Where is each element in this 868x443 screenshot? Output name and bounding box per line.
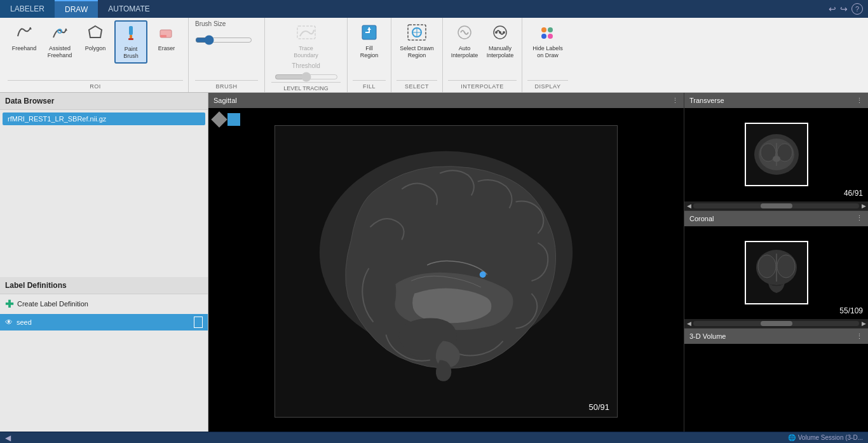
interpolate-group: AutoInterpolate ManuallyInterpolate INTE… bbox=[443, 18, 522, 92]
coronal-scroll-track[interactable] bbox=[693, 321, 859, 326]
label-item-seed[interactable]: 👁 seed bbox=[0, 314, 208, 331]
sagittal-viewport[interactable]: 50/91 bbox=[208, 108, 684, 434]
top-right-icons: ↩ ↪ ? bbox=[829, 3, 868, 15]
roi-group: Freehand AssistedFreehand Polygon PaintB… bbox=[3, 18, 189, 92]
transverse-counter: 46/91 bbox=[844, 189, 863, 198]
assisted-freehand-icon bbox=[51, 24, 69, 44]
transverse-main[interactable]: 46/91 bbox=[684, 108, 868, 201]
freehand-icon bbox=[15, 24, 33, 44]
hide-labels-label: Hide Labelson Draw bbox=[532, 45, 563, 59]
coronal-header: Coronal ⋮ bbox=[684, 211, 868, 226]
create-label-btn[interactable]: ✚ Create Label Definition bbox=[0, 294, 208, 314]
svg-point-22 bbox=[548, 27, 553, 32]
svg-point-18 bbox=[495, 31, 498, 34]
trace-boundary-icon bbox=[296, 24, 316, 44]
sagittal-label: Sagittal bbox=[214, 97, 237, 104]
brain-svg bbox=[275, 126, 617, 417]
sphere-icon: 🌐 bbox=[788, 434, 796, 441]
transverse-brain-svg bbox=[746, 124, 807, 185]
toolbar: Freehand AssistedFreehand Polygon PaintB… bbox=[0, 18, 868, 93]
coronal-viewport: Coronal ⋮ 55/109 bbox=[684, 211, 868, 329]
volume-label: 3-D Volume bbox=[689, 332, 726, 340]
select-group: Select DrawnRegion SELECT bbox=[391, 18, 443, 92]
display-group: Hide Labelson Draw DISPLAY bbox=[522, 18, 573, 92]
svg-point-20 bbox=[503, 31, 505, 34]
hide-labels-tool[interactable]: Hide Labelson Draw bbox=[527, 20, 568, 62]
undo-icon[interactable]: ↩ bbox=[829, 4, 836, 14]
transverse-scroll[interactable]: ◀ ▶ bbox=[684, 201, 868, 210]
threshold-slider[interactable] bbox=[275, 72, 338, 82]
orientation-indicator bbox=[214, 113, 240, 126]
volume-session: 🌐 Volume Session (3-D... bbox=[788, 434, 863, 441]
coronal-main[interactable]: 55/109 bbox=[684, 226, 868, 320]
coronal-dots[interactable]: ⋮ bbox=[856, 214, 863, 222]
threshold-title: Threshold bbox=[292, 62, 320, 69]
brain-image-container: 50/91 bbox=[275, 125, 618, 418]
redo-icon[interactable]: ↪ bbox=[840, 4, 848, 14]
create-label-btn-label: Create Label Definition bbox=[17, 300, 88, 308]
select-group-label: SELECT bbox=[397, 80, 437, 90]
help-icon[interactable]: ? bbox=[851, 3, 863, 15]
viewport-dots[interactable]: ⋮ bbox=[672, 97, 679, 105]
volume-session-label: Volume Session (3-D... bbox=[798, 434, 863, 441]
fill-group: FillRegion FILL bbox=[348, 18, 391, 92]
polygon-tool[interactable]: Polygon bbox=[79, 20, 112, 55]
brush-slider-container bbox=[195, 35, 258, 45]
svg-rect-8 bbox=[160, 35, 166, 37]
roi-tools: Freehand AssistedFreehand Polygon PaintB… bbox=[8, 20, 183, 80]
threshold-group: TraceBoundary Threshold LEVEL TRACING bbox=[265, 18, 348, 92]
tab-automate[interactable]: AUTOMATE bbox=[98, 0, 160, 18]
svg-point-24 bbox=[548, 34, 553, 39]
coronal-scroll[interactable]: ◀ ▶ bbox=[684, 319, 868, 328]
fill-region-tool[interactable]: FillRegion bbox=[353, 20, 386, 62]
center-panel: Sagittal ⋮ bbox=[208, 93, 684, 443]
transverse-scroll-right[interactable]: ▶ bbox=[859, 203, 868, 209]
tab-draw[interactable]: DRAW bbox=[55, 0, 98, 18]
paint-brush-tool[interactable]: PaintBrush bbox=[114, 20, 147, 64]
svg-point-38 bbox=[777, 255, 795, 278]
data-browser-title: Data Browser bbox=[0, 93, 208, 110]
volume-main[interactable] bbox=[684, 344, 868, 443]
hide-labels-icon bbox=[538, 24, 558, 44]
eye-icon[interactable]: 👁 bbox=[5, 318, 13, 327]
volume-panel: 3-D Volume ⋮ bbox=[684, 329, 868, 443]
main-area: Data Browser rfMRI_REST1_LR_SBRef.nii.gz… bbox=[0, 93, 868, 443]
freehand-tool[interactable]: Freehand bbox=[8, 20, 41, 55]
auto-interpolate-icon bbox=[456, 24, 473, 44]
volume-header: 3-D Volume ⋮ bbox=[684, 329, 868, 344]
auto-interpolate-tool[interactable]: AutoInterpolate bbox=[448, 20, 481, 62]
eraser-tool[interactable]: Eraser bbox=[150, 20, 183, 55]
label-color-swatch bbox=[194, 317, 203, 328]
fill-region-icon bbox=[360, 24, 378, 44]
select-drawn-region-label: Select DrawnRegion bbox=[400, 45, 434, 59]
svg-marker-3 bbox=[89, 26, 102, 37]
svg-rect-6 bbox=[128, 38, 133, 40]
coronal-scroll-thumb bbox=[761, 321, 792, 326]
brush-size-slider[interactable] bbox=[195, 35, 252, 45]
fill-tools: FillRegion bbox=[353, 20, 386, 80]
sagittal-header: Sagittal ⋮ bbox=[208, 93, 684, 108]
transverse-label: Transverse bbox=[689, 97, 724, 104]
transverse-dots[interactable]: ⋮ bbox=[856, 97, 863, 105]
transverse-scroll-left[interactable]: ◀ bbox=[684, 203, 693, 209]
assisted-freehand-tool[interactable]: AssistedFreehand bbox=[43, 20, 76, 62]
volume-dots[interactable]: ⋮ bbox=[856, 332, 863, 341]
coronal-scroll-left[interactable]: ◀ bbox=[684, 320, 693, 327]
polygon-icon bbox=[86, 24, 104, 44]
coronal-counter: 55/109 bbox=[839, 306, 863, 315]
select-tools: Select DrawnRegion bbox=[397, 20, 437, 80]
transverse-viewport: Transverse ⋮ 46/91 bbox=[684, 93, 868, 211]
select-drawn-region-tool[interactable]: Select DrawnRegion bbox=[397, 20, 437, 62]
coronal-brain-svg bbox=[746, 242, 807, 303]
label-name: seed bbox=[17, 318, 32, 326]
manually-interpolate-tool[interactable]: ManuallyInterpolate bbox=[484, 20, 517, 62]
trace-boundary-label: TraceBoundary bbox=[294, 45, 318, 59]
transverse-scroll-track[interactable] bbox=[693, 203, 859, 208]
tab-labeler[interactable]: LABELER bbox=[0, 0, 55, 18]
slice-counter: 50/91 bbox=[588, 402, 609, 412]
data-file-item[interactable]: rfMRI_REST1_LR_SBRef.nii.gz bbox=[3, 112, 205, 125]
paint-brush-icon bbox=[122, 24, 140, 44]
transverse-brain-box bbox=[745, 123, 808, 186]
brush-size-group: Brush Size BRUSH bbox=[189, 18, 265, 92]
coronal-scroll-right[interactable]: ▶ bbox=[859, 320, 868, 327]
